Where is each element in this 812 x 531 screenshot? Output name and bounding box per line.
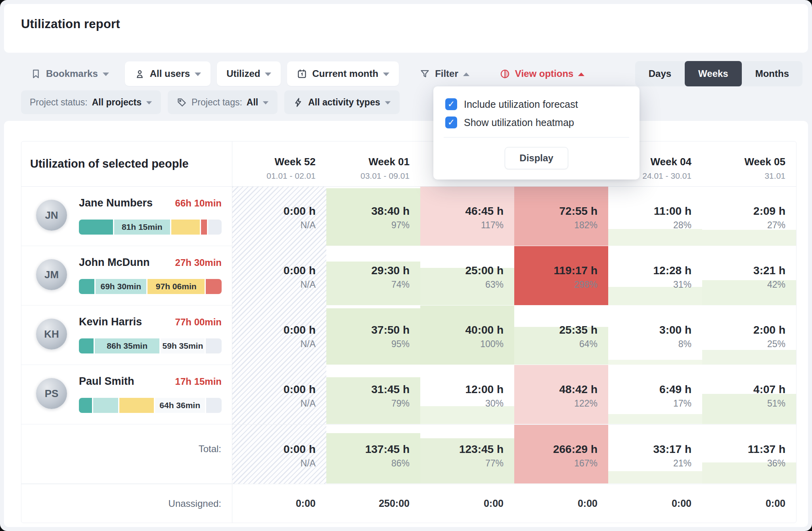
cell-hours: 119:17 h [553,264,598,278]
cell-hours: 12:28 h [653,264,692,278]
cell-percent: 79% [372,397,410,410]
cell-percent: N/A [283,218,316,232]
cell-percent: 64% [559,337,598,351]
cell-values: 46:45 h117% [465,204,504,232]
cell-values: 123:45 h77% [459,442,504,470]
allocation-bar-segment-gray [208,220,222,235]
cell-values: 33:17 h21% [653,442,692,470]
tab-days[interactable]: Days [635,61,685,86]
allocation-bar-segment-teal [79,398,92,413]
period-select-button[interactable]: Current month [287,61,399,86]
allocation-bar-segment-teal [79,220,113,235]
week-date-range: 03.01 - 09.01 [326,170,410,181]
cell-values: 0:00 hN/A [283,382,316,410]
cell-hours: 137:45 h [365,442,410,457]
utilization-cell: 48:42 h122% [514,365,608,424]
person-name: Jane Numbers [79,197,153,209]
tab-weeks[interactable]: Weeks [685,61,742,86]
cell-hours: 123:45 h [459,442,504,457]
avatar: JM [36,259,67,290]
utilization-cell: 38:40 h97% [326,187,420,246]
project-tags-chip[interactable]: Project tags: All [168,90,278,114]
person-name-line: John McDunn27h 30min [79,256,222,269]
cell-hours: 2:00 h [753,323,785,337]
avatar: JN [36,200,67,231]
cell-percent: 42% [753,278,785,291]
utilization-cell: 12:00 h30% [420,365,514,424]
project-status-chip[interactable]: Project status: All projects [21,90,161,114]
show-heatmap-option[interactable]: ✓ Show utilization heatmap [445,117,628,128]
cell-percent: 167% [553,457,598,470]
utilization-cell: 12:28 h31% [608,246,702,306]
cell-values: 40:00 h100% [465,323,504,351]
unassigned-value-cell: 0:00 [608,484,702,523]
checkbox-checked-icon[interactable]: ✓ [445,98,457,110]
bolt-icon [293,97,304,108]
cell-hours: 11:37 h [748,442,785,457]
filter-chips-row: Project status: All projects Project tag… [21,90,400,114]
utilization-cell: 11:37 h36% [702,424,796,484]
cell-values: 119:17 h298% [553,264,598,291]
project-status-label: Project status: [30,97,88,108]
utilization-cell: 0:00 hN/A [232,424,326,484]
metric-select-button[interactable]: Utilized [217,61,281,86]
bookmarks-label: Bookmarks [46,68,98,79]
users-filter-button[interactable]: All users [125,61,211,86]
project-tags-value: All [247,97,258,108]
activity-types-chip[interactable]: All activity types [284,90,400,114]
bookmarks-button[interactable]: Bookmarks [21,61,119,86]
cell-hours: 72:55 h [559,204,598,218]
period-label: Current month [312,68,378,79]
allocation-bar[interactable]: 81h 15min [79,220,222,235]
checkbox-checked-icon[interactable]: ✓ [445,117,457,128]
chevron-down-icon [263,101,268,104]
cell-hours: 12:00 h [465,382,504,397]
week-header-week-01: Week 0103.01 - 09.01 [326,141,420,187]
allocation-bar[interactable]: 64h 36min [79,398,222,413]
cell-hours: 46:45 h [465,204,504,218]
utilization-cell: 2:09 h27% [702,187,796,246]
total-label: Total: [199,443,221,455]
utilization-cell: 266:29 h167% [514,424,608,484]
allocation-bar[interactable]: 69h 30min97h 06min [79,279,222,294]
cell-hours: 33:17 h [653,442,692,457]
allocation-bar[interactable]: 86h 35min59h 35min [79,338,222,353]
unassigned-value-cell: 250:00 [326,484,420,523]
allocation-bar-segment-white: 59h 35min [161,338,205,353]
granularity-switch: Days Weeks Months [635,61,802,86]
cell-values: 3:00 h8% [659,323,691,351]
utilization-cell: 3:21 h42% [702,246,796,306]
cell-hours: 0:00 h [283,204,316,218]
cell-percent: 25% [753,337,785,351]
cell-hours: 0:00 h [283,382,316,397]
filter-button[interactable]: Filter [410,61,479,86]
chevron-down-icon [383,73,389,76]
table-title-cell: Utilization of selected people [21,141,232,187]
cell-percent: N/A [283,397,316,410]
cell-values: 12:00 h30% [465,382,504,410]
view-options-button[interactable]: View options [490,61,594,86]
bookmark-icon [31,69,41,79]
cell-hours: 48:42 h [559,382,598,397]
display-button[interactable]: Display [505,147,568,169]
show-heatmap-label: Show utilization heatmap [464,117,574,128]
person-overtime: 17h 15min [175,376,222,387]
cell-percent: 21% [653,457,692,470]
cell-values: 11:00 h28% [654,204,691,232]
allocation-bar-segment-lightteal: 69h 30min [96,279,146,294]
person-overtime: 66h 10min [175,198,222,209]
cell-percent: 117% [465,218,504,232]
person-overtime: 27h 30min [175,257,222,268]
cell-hours: 25:00 h [465,264,504,278]
heatmap-fill [608,414,702,424]
filter-label: Filter [435,68,458,79]
utilization-cell: 0:00 hN/A [232,306,326,365]
total-label-cell: Total: [21,424,232,484]
cell-percent: 30% [465,397,504,410]
cell-percent: 8% [659,337,691,351]
utilization-cell: 33:17 h21% [608,424,702,484]
cell-hours: 0:00 h [283,323,316,337]
allocation-bar-segment-yellow: 97h 06min [147,279,205,294]
tab-months[interactable]: Months [742,61,802,86]
include-forecast-option[interactable]: ✓ Include utilization forecast [445,98,628,110]
